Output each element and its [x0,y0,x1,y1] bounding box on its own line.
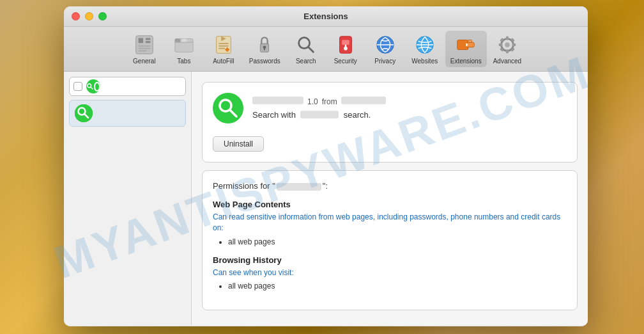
svg-rect-1 [138,38,143,44]
svg-rect-34 [506,50,509,54]
extension-search-with: Search with [252,110,296,120]
svg-point-23 [344,47,348,51]
svg-rect-30 [468,40,472,42]
close-button[interactable] [72,12,80,20]
perm-section-1-title: Web Page Contents [213,200,567,209]
perm-list-item-2: all web pages [228,282,567,290]
svg-rect-8 [175,39,181,43]
extension-from: from [322,97,337,106]
permissions-for-text: Permissions for " [213,181,275,191]
toolbar: General Tabs [64,27,588,72]
minimize-button[interactable] [85,12,93,20]
extension-search-suffix: search. [344,110,371,120]
general-icon [133,33,156,56]
sidebar-item-extension[interactable] [69,100,186,127]
perm-section-1-desc: Can read sensitive information from web … [213,212,567,234]
extension-info: 1.0 from Search with search. [252,97,567,120]
toolbar-item-passwords[interactable]: Passwords [244,31,286,67]
svg-rect-21 [342,40,349,45]
websites-icon [413,33,436,56]
toolbar-item-search[interactable]: Search [287,31,325,67]
extension-from-name [341,97,386,104]
extension-header: 1.0 from Search with search. [213,93,567,123]
extension-desc-placeholder [300,111,339,118]
svg-rect-3 [146,41,151,43]
svg-line-42 [91,87,93,89]
permissions-section-web-page: Web Page Contents Can read sensitive inf… [213,200,567,246]
toolbar-item-general[interactable]: General [125,31,164,67]
websites-label: Websites [411,58,438,65]
maximize-button[interactable] [98,12,107,20]
passwords-label: Passwords [249,58,280,65]
window-controls [72,12,107,20]
svg-rect-2 [146,38,151,40]
extensions-icon [454,33,477,56]
perm-section-2-list: all web pages [213,282,567,290]
perm-section-2-title: Browsing History [213,255,567,265]
permissions-section-history: Browsing History Can see when you visit:… [213,255,567,291]
perm-section-2-desc: Can see when you visit: [213,267,567,278]
extension-icon-large [213,93,243,123]
svg-point-16 [263,45,266,49]
extension-description: Search with search. [252,109,567,120]
sidebar-checkbox[interactable] [73,82,82,91]
tabs-label: Tabs [177,58,190,65]
advanced-label: Advanced [493,58,521,65]
toolbar-item-advanced[interactable]: Advanced [488,31,526,67]
perm-section-1-list: all web pages [213,237,567,246]
extension-name [252,97,303,104]
permissions-name [277,183,321,191]
svg-point-32 [505,42,510,47]
sidebar-search-icon [86,79,100,93]
svg-line-19 [309,47,314,52]
security-label: Security [334,58,357,65]
tabs-icon [172,33,195,56]
extension-version: 1.0 [307,97,318,106]
title-bar: Extensions [64,6,588,27]
privacy-label: Privacy [374,58,395,65]
sidebar-item-icon [75,104,93,122]
permissions-colon: ": [323,181,328,191]
autofill-icon [212,33,235,56]
perm-list-item: all web pages [228,237,567,246]
content-area: 1.0 from Search with search. Uninstall [64,72,588,325]
window: Extensions General [64,6,588,326]
extensions-label: Extensions [450,58,482,65]
search-label: Search [296,58,316,65]
sidebar-search-bar[interactable] [69,77,186,96]
uninstall-section: Uninstall [213,131,567,152]
svg-rect-35 [499,44,503,46]
advanced-icon [496,33,519,56]
toolbar-item-security[interactable]: Security [326,31,365,67]
extension-card: 1.0 from Search with search. Uninstall [202,82,578,163]
svg-rect-36 [512,44,516,46]
svg-rect-9 [181,39,187,43]
svg-rect-4 [138,45,150,47]
svg-rect-5 [138,48,150,49]
sidebar [64,72,192,325]
window-title: Extensions [303,12,348,21]
toolbar-item-privacy[interactable]: Privacy [366,31,404,67]
general-label: General [133,58,156,65]
autofill-label: AutoFill [213,58,234,65]
svg-rect-33 [506,36,509,40]
permissions-title: Permissions for "": [213,181,567,191]
svg-point-46 [214,94,242,122]
permissions-card: Permissions for "": Web Page Contents Ca… [202,170,578,310]
toolbar-item-autofill[interactable]: AutoFill [204,31,243,67]
toolbar-item-extensions[interactable]: Extensions [445,31,487,67]
toolbar-item-tabs[interactable]: Tabs [165,31,203,67]
uninstall-button[interactable]: Uninstall [213,136,264,152]
privacy-icon [374,33,397,56]
main-panel: 1.0 from Search with search. Uninstall [192,72,588,325]
search-toolbar-icon [295,33,318,56]
passwords-icon [253,33,276,56]
svg-point-43 [75,104,93,122]
extension-name-row: 1.0 from [252,97,567,106]
svg-rect-6 [138,51,146,52]
toolbar-item-websites[interactable]: Websites [406,31,444,67]
security-icon [334,33,357,56]
